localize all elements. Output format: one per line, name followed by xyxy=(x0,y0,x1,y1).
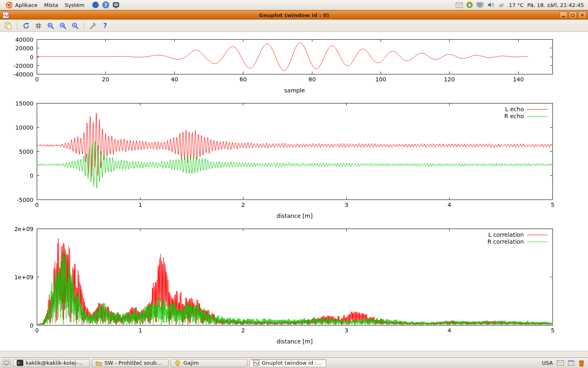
update-icon[interactable] xyxy=(466,2,473,8)
taskbar-button-gajim[interactable]: Gajim xyxy=(171,359,247,367)
temperature-applet[interactable]: 17 °C xyxy=(509,2,523,8)
keyboard-layout-indicator[interactable]: USA xyxy=(542,360,553,366)
terminal-icon xyxy=(17,360,23,366)
mail-icon[interactable] xyxy=(456,2,463,8)
taskbar-button-label: Gnuplot (window id : 0) xyxy=(262,360,323,366)
replot-icon xyxy=(22,22,30,29)
desktop: Aplikace Místa Systém ? xyxy=(0,0,588,368)
maximize-icon xyxy=(571,14,575,17)
terminal-launcher-icon[interactable] xyxy=(112,1,120,9)
menu-system[interactable]: Systém xyxy=(61,1,87,9)
y-tick-label: 1e+09 xyxy=(0,274,33,280)
help-button[interactable]: ? xyxy=(100,20,111,31)
x-tick-label: 5 xyxy=(541,202,565,208)
y-tick-label: 15000 xyxy=(0,100,33,107)
x-tick-label: 40 xyxy=(163,76,187,83)
legend-label: L correlation xyxy=(445,231,524,238)
x-tick-label: 60 xyxy=(231,76,256,83)
x-tick-label: 1 xyxy=(128,202,153,208)
y-tick-label: 0 xyxy=(0,54,33,61)
legend-label: R echo xyxy=(445,113,524,119)
menu-places-label: Místa xyxy=(44,2,58,8)
y-tick-label: -40000 xyxy=(0,71,33,78)
file-manager-icon xyxy=(96,360,102,366)
display-icon[interactable] xyxy=(477,2,484,8)
clock-applet[interactable]: Pá, 18. září, 21:42:45 xyxy=(527,2,584,8)
minimize-icon xyxy=(562,16,565,17)
plot-area: 020406080100120140-40000-200000200004000… xyxy=(0,32,588,351)
copy-icon xyxy=(4,22,12,29)
toggle-grid-button[interactable] xyxy=(33,20,44,31)
x-tick-label: 1 xyxy=(128,327,153,334)
x-tick-label: 100 xyxy=(369,76,393,83)
gnuplot-statusbar xyxy=(0,351,588,357)
menu-applications[interactable]: Aplikace xyxy=(2,1,41,9)
toolbar-separator xyxy=(17,22,17,30)
gnuplot-toolbar: ? xyxy=(0,20,588,32)
help-browser-icon[interactable]: ? xyxy=(102,1,109,9)
gnuplot-icon xyxy=(253,360,259,366)
x-tick-label: 5 xyxy=(541,327,565,334)
ubuntu-logo-icon xyxy=(6,2,13,9)
x-tick-label: 120 xyxy=(437,76,462,83)
x-tick-label: 2 xyxy=(231,327,256,334)
replot-button[interactable] xyxy=(20,20,31,31)
trash-icon[interactable] xyxy=(578,359,585,367)
close-button[interactable]: ✕ xyxy=(578,11,586,19)
minimize-button[interactable] xyxy=(559,11,568,19)
zoom-autoscale-icon xyxy=(71,22,79,29)
x-tick-label: 4 xyxy=(437,327,462,334)
zoom-autoscale-button[interactable] xyxy=(69,20,80,31)
taskbar-button-file-manager[interactable]: SW - Prohlížeč souborů xyxy=(92,359,169,367)
gnuplot-plot-canvas[interactable] xyxy=(0,32,588,351)
x-tick-label: 3 xyxy=(334,202,359,208)
window-title: Gnuplot (window id : 0) xyxy=(0,12,588,18)
configure-plot-button[interactable] xyxy=(87,20,98,31)
mail-icon[interactable] xyxy=(557,360,564,366)
panel-tray: 17 °C Pá, 18. září, 21:42:45 xyxy=(456,2,586,8)
weather-icon[interactable] xyxy=(499,2,505,7)
x-tick-label: 20 xyxy=(94,76,118,83)
x-axis-label: sample xyxy=(262,87,327,94)
x-axis-label: distance [m] xyxy=(262,213,327,219)
volume-icon[interactable] xyxy=(488,2,495,8)
maximize-button[interactable] xyxy=(569,11,577,19)
x-tick-label: 140 xyxy=(506,76,531,83)
x-tick-label: 4 xyxy=(437,202,462,208)
x-axis-label: distance [m] xyxy=(262,338,327,345)
copy-to-clipboard-button[interactable] xyxy=(2,20,13,31)
zoom-next-button[interactable] xyxy=(57,20,68,31)
svg-text:?: ? xyxy=(105,2,107,8)
y-tick-label: 0 xyxy=(0,173,33,179)
y-tick-label: -20000 xyxy=(0,63,33,69)
taskbar-button-label: SW - Prohlížeč souborů xyxy=(105,360,165,366)
legend-label: R correlation xyxy=(445,238,524,245)
x-tick-label: 3 xyxy=(334,327,359,334)
close-icon: ✕ xyxy=(580,13,584,17)
legend-label: L echo xyxy=(445,106,524,112)
taskbar-button-label: Gajim xyxy=(183,360,199,366)
grid-icon xyxy=(35,22,42,29)
show-desktop-button[interactable] xyxy=(2,359,11,367)
zoom-next-icon xyxy=(59,22,67,29)
y-tick-label: -5000 xyxy=(0,197,33,203)
taskbar-button-terminal[interactable]: kaklik@kaklik-kolej-u... xyxy=(13,359,90,367)
zoom-previous-button[interactable] xyxy=(45,20,56,31)
taskbar-tray: USA xyxy=(542,359,586,367)
x-tick-label: 2 xyxy=(231,202,256,208)
taskbar: kaklik@kaklik-kolej-u... SW - Prohlížeč … xyxy=(0,357,588,368)
taskbar-button-gnuplot[interactable]: Gnuplot (window id : 0) xyxy=(249,359,326,367)
help-icon: ? xyxy=(103,22,107,29)
x-tick-label: 80 xyxy=(300,76,325,83)
window-selector-icon[interactable] xyxy=(568,360,574,366)
window-controls: ✕ xyxy=(559,11,586,19)
menu-places[interactable]: Místa xyxy=(41,1,62,9)
toolbar-separator xyxy=(84,22,84,30)
y-tick-label: 40000 xyxy=(0,36,33,43)
firefox-icon[interactable] xyxy=(92,1,99,9)
wrench-icon xyxy=(89,22,97,29)
titlebar[interactable]: Gnuplot (window id : 0) ✕ xyxy=(0,10,588,20)
y-tick-label: 20000 xyxy=(0,45,33,52)
y-tick-label: 5000 xyxy=(0,148,33,155)
gajim-icon xyxy=(174,360,181,366)
